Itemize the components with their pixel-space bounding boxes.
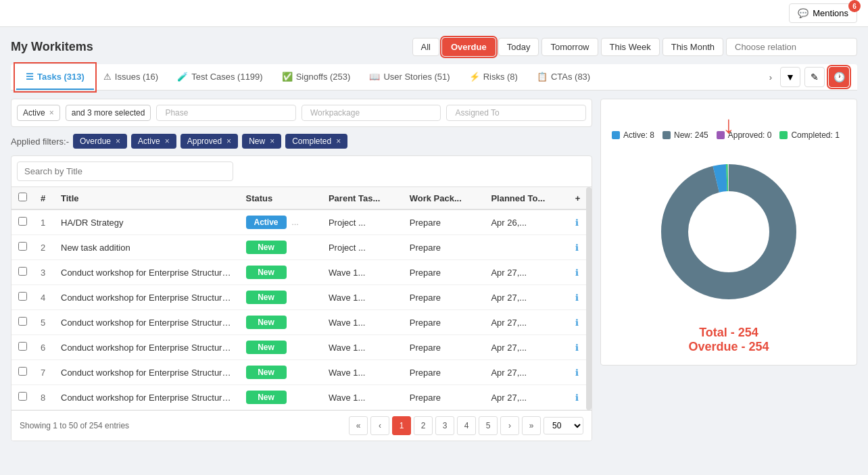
scrollbar[interactable]: [586, 187, 592, 410]
row-workpack: Prepare: [403, 310, 485, 335]
content-area: Active × and 3 more selected Phase Workp…: [11, 99, 857, 441]
chip-overdue-close[interactable]: ×: [116, 136, 120, 146]
row-num: 3: [34, 260, 54, 285]
filter-tab-thisweek[interactable]: This Week: [601, 38, 660, 56]
page-1[interactable]: 1: [392, 416, 411, 435]
row-title: Conduct workshop for Enterprise Structur…: [54, 360, 239, 385]
info-icon[interactable]: ℹ: [575, 343, 579, 353]
row-checkbox-6[interactable]: [18, 367, 27, 376]
filter-icon-btn[interactable]: ▼: [780, 67, 800, 87]
filter-tab-today[interactable]: Today: [498, 38, 539, 56]
page-prev[interactable]: ‹: [370, 416, 389, 435]
info-icon[interactable]: ℹ: [575, 293, 579, 303]
page-last[interactable]: »: [522, 416, 541, 435]
filter-tab-thismonth[interactable]: This Month: [662, 38, 723, 56]
col-status: Status: [239, 187, 322, 209]
filter-tab-all[interactable]: All: [412, 38, 439, 56]
page-next[interactable]: ›: [500, 416, 519, 435]
assigned-to-filter[interactable]: Assigned To: [446, 105, 586, 121]
issues-icon: ⚠: [103, 72, 112, 82]
applied-chip-overdue[interactable]: Overdue ×: [73, 134, 127, 149]
chip-new-close[interactable]: ×: [270, 136, 274, 146]
nav-tab-tasks[interactable]: ☰ Tasks (313): [16, 65, 94, 90]
page-4[interactable]: 4: [457, 416, 476, 435]
row-checkbox-3[interactable]: [18, 292, 27, 301]
row-checkbox-cell: [11, 209, 34, 235]
status-badge: New: [246, 391, 287, 404]
row-checkbox-1[interactable]: [18, 242, 27, 251]
row-status: New: [239, 385, 322, 410]
row-planned: Apr 26,...: [484, 209, 568, 235]
nav-tab-userstories[interactable]: 📖 User Stories (51): [360, 65, 459, 90]
nav-tab-risks[interactable]: ⚡ Risks (8): [460, 65, 527, 90]
info-icon[interactable]: ℹ: [575, 368, 579, 378]
filter-tab-tomorrow[interactable]: Tomorrow: [541, 38, 598, 56]
row-status: New: [239, 360, 322, 385]
status-badge: Active: [246, 216, 287, 229]
row-workpack: Prepare: [403, 360, 485, 385]
edit-icon-btn[interactable]: ✎: [804, 67, 825, 87]
page-first[interactable]: «: [349, 416, 368, 435]
search-input[interactable]: [17, 161, 233, 181]
info-icon[interactable]: ℹ: [575, 268, 579, 278]
chip-approved-close[interactable]: ×: [226, 136, 231, 146]
legend-active-label: Active: 8: [623, 130, 654, 140]
row-checkbox-7[interactable]: [18, 392, 27, 401]
row-parent: Project ...: [322, 235, 403, 260]
nav-tab-issues[interactable]: ⚠ Issues (16): [94, 65, 168, 90]
chip-completed-close[interactable]: ×: [336, 136, 341, 146]
row-checkbox-2[interactable]: [18, 267, 27, 276]
page-2[interactable]: 2: [414, 416, 433, 435]
mentions-button[interactable]: 💬 Mentions 6: [789, 3, 857, 23]
more-selected-chip[interactable]: and 3 more selected: [66, 105, 151, 121]
chart-totals: Total - 254 Overdue - 254: [612, 326, 846, 354]
nav-tab-ctas[interactable]: 📋 CTAs (83): [527, 65, 600, 90]
clock-icon-btn[interactable]: 🕐: [829, 67, 849, 87]
row-planned: Apr 27,...: [484, 335, 568, 360]
nav-tab-more[interactable]: ›: [764, 66, 777, 89]
row-parent: Wave 1...: [322, 360, 403, 385]
nav-tab-signoffs[interactable]: ✅ Signoffs (253): [272, 65, 360, 90]
phase-filter[interactable]: Phase: [156, 105, 296, 121]
status-chip-close[interactable]: ×: [49, 108, 54, 118]
table-container: # Title Status Parent Tas... Work Pack..…: [11, 155, 592, 441]
row-parent: Wave 1...: [322, 310, 403, 335]
nav-tabs: ☰ Tasks (313) ⚠ Issues (16) 🧪 Test Cases…: [11, 64, 857, 91]
info-icon[interactable]: ℹ: [575, 393, 579, 403]
table-row: 8 Conduct workshop for Enterprise Struct…: [11, 385, 592, 410]
info-icon[interactable]: ℹ: [575, 318, 579, 328]
tasks-icon: ☰: [26, 72, 34, 82]
row-checkbox-4[interactable]: [18, 317, 27, 326]
row-planned: [484, 235, 568, 260]
legend-approved-label: Approved: 0: [728, 130, 772, 140]
applied-chip-approved[interactable]: Approved ×: [180, 134, 238, 149]
row-ellipsis[interactable]: ...: [291, 217, 299, 227]
workpackage-filter[interactable]: Workpackage: [302, 105, 441, 121]
page-5[interactable]: 5: [479, 416, 498, 435]
choose-relation-input[interactable]: [726, 38, 857, 56]
nav-tab-actions: ▼ ✎ 🕐: [777, 64, 852, 90]
row-title: Conduct workshop for Enterprise Structur…: [54, 285, 239, 310]
table-row: 1 HA/DR Strategy Active ... Project ... …: [11, 209, 592, 235]
applied-chip-completed[interactable]: Completed ×: [285, 134, 347, 149]
mentions-label: Mentions: [813, 8, 848, 18]
table-header-row: # Title Status Parent Tas... Work Pack..…: [11, 187, 592, 209]
row-checkbox-cell: [11, 310, 34, 335]
legend-approved: Approved: 0: [717, 130, 772, 140]
row-checkbox-0[interactable]: [18, 217, 27, 226]
chip-active-close[interactable]: ×: [165, 136, 170, 146]
applied-chip-new[interactable]: New ×: [242, 134, 281, 149]
select-all-checkbox[interactable]: [18, 193, 27, 201]
info-icon[interactable]: ℹ: [575, 218, 579, 228]
header-row: My Workitems All Overdue Today Tomorrow …: [11, 38, 857, 56]
status-filter-chip[interactable]: Active ×: [17, 105, 60, 121]
applied-chip-active[interactable]: Active ×: [131, 134, 176, 149]
nav-tab-testcases[interactable]: 🧪 Test Cases (1199): [168, 65, 272, 90]
ctas-icon: 📋: [537, 72, 548, 82]
page-3[interactable]: 3: [435, 416, 454, 435]
info-icon[interactable]: ℹ: [575, 243, 579, 253]
tasks-table: # Title Status Parent Tas... Work Pack..…: [11, 187, 592, 410]
per-page-select[interactable]: 50 25 100: [544, 417, 583, 434]
row-checkbox-5[interactable]: [18, 342, 27, 351]
filter-tab-overdue[interactable]: Overdue: [442, 38, 496, 56]
